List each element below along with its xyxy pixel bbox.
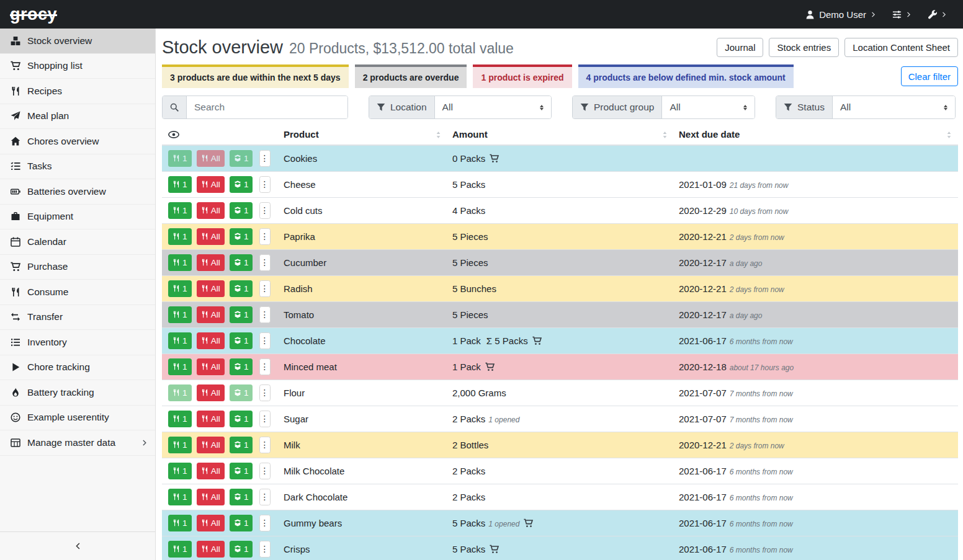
location-select[interactable]: All — [435, 96, 551, 118]
sidebar-item-chores-overview[interactable]: Chores overview — [0, 129, 155, 154]
consume-one-button[interactable]: 1 — [168, 384, 192, 401]
sort-icon[interactable] — [434, 131, 442, 139]
consume-all-button[interactable]: All — [197, 176, 225, 193]
sidebar-item-calendar[interactable]: Calendar — [0, 229, 155, 255]
sidebar-collapse-button[interactable] — [0, 531, 155, 560]
consume-all-button[interactable]: All — [197, 463, 225, 479]
sort-icon[interactable] — [661, 131, 669, 139]
open-one-button[interactable]: 1 — [230, 489, 253, 505]
consume-all-button[interactable]: All — [197, 254, 225, 271]
product-name[interactable]: Tomato — [279, 301, 447, 327]
sidebar-item-purchase[interactable]: Purchase — [0, 255, 155, 280]
banner-due[interactable]: 3 products are due within the next 5 day… — [162, 64, 349, 88]
sidebar-item-manage-master-data[interactable]: Manage master data — [0, 430, 155, 456]
open-one-button[interactable]: 1 — [230, 280, 253, 297]
row-menu-button[interactable]: ⋮ — [259, 411, 271, 427]
open-one-button[interactable]: 1 — [230, 306, 253, 323]
banner-expired[interactable]: 1 product is expired — [473, 64, 571, 88]
row-menu-button[interactable]: ⋮ — [259, 254, 271, 271]
consume-all-button[interactable]: All — [197, 358, 225, 375]
product-name[interactable]: Gummy bears — [279, 510, 447, 536]
product-name[interactable]: Dark Chocolate — [279, 484, 447, 510]
column-header-amount[interactable]: Amount — [447, 125, 674, 145]
product-name[interactable]: Radish — [279, 275, 447, 301]
consume-one-button[interactable]: 1 — [168, 358, 192, 375]
consume-one-button[interactable]: 1 — [168, 332, 192, 349]
row-menu-button[interactable]: ⋮ — [259, 384, 271, 401]
sidebar-item-example-userentity[interactable]: Example userentity — [0, 406, 155, 431]
row-menu-button[interactable]: ⋮ — [259, 489, 271, 505]
sidebar-item-recipes[interactable]: Recipes — [0, 79, 155, 104]
row-menu-button[interactable]: ⋮ — [259, 515, 271, 531]
consume-one-button[interactable]: 1 — [168, 541, 192, 558]
sort-icon[interactable] — [945, 131, 953, 139]
sidebar-item-transfer[interactable]: Transfer — [0, 305, 155, 331]
product-name[interactable]: Paprika — [279, 223, 447, 249]
row-menu-button[interactable]: ⋮ — [259, 280, 271, 297]
app-logo[interactable]: grocy — [10, 5, 57, 24]
open-one-button[interactable]: 1 — [230, 254, 253, 271]
row-menu-button[interactable]: ⋮ — [259, 306, 271, 323]
sidebar-item-battery-tracking[interactable]: Battery tracking — [0, 380, 155, 406]
banner-below-min[interactable]: 4 products are below defined min. stock … — [578, 64, 794, 88]
consume-all-button[interactable]: All — [197, 515, 225, 531]
consume-one-button[interactable]: 1 — [168, 150, 192, 167]
product-name[interactable]: Crisps — [279, 536, 447, 560]
sidebar-item-chore-tracking[interactable]: Chore tracking — [0, 355, 155, 381]
open-one-button[interactable]: 1 — [230, 176, 253, 193]
banner-overdue[interactable]: 2 products are overdue — [355, 64, 467, 88]
consume-one-button[interactable]: 1 — [168, 437, 192, 453]
open-one-button[interactable]: 1 — [230, 384, 253, 401]
search-input[interactable] — [187, 96, 347, 118]
product-name[interactable]: Cucumber — [279, 249, 447, 275]
row-menu-button[interactable]: ⋮ — [259, 437, 271, 453]
product-name[interactable]: Flour — [279, 380, 447, 406]
consume-one-button[interactable]: 1 — [168, 515, 192, 531]
cart-icon[interactable] — [490, 154, 499, 163]
sidebar-item-tasks[interactable]: Tasks — [0, 154, 155, 180]
consume-all-button[interactable]: All — [197, 228, 225, 245]
consume-one-button[interactable]: 1 — [168, 254, 192, 271]
product-name[interactable]: Minced meat — [279, 353, 447, 380]
consume-one-button[interactable]: 1 — [168, 463, 192, 479]
location-content-sheet-button[interactable]: Location Content Sheet — [844, 38, 958, 57]
consume-all-button[interactable]: All — [197, 150, 225, 167]
consume-all-button[interactable]: All — [197, 489, 225, 505]
sidebar-item-meal-plan[interactable]: Meal plan — [0, 104, 155, 130]
column-header-product[interactable]: Product — [279, 125, 447, 145]
consume-one-button[interactable]: 1 — [168, 202, 192, 219]
consume-all-button[interactable]: All — [197, 332, 225, 349]
sidebar-item-stock-overview[interactable]: Stock overview — [0, 29, 155, 54]
consume-all-button[interactable]: All — [197, 202, 225, 219]
clear-filter-button[interactable]: Clear filter — [901, 66, 958, 86]
cart-icon[interactable] — [485, 362, 495, 371]
product-name[interactable]: Milk Chocolate — [279, 458, 447, 484]
open-one-button[interactable]: 1 — [230, 437, 253, 453]
row-menu-button[interactable]: ⋮ — [259, 358, 271, 375]
consume-all-button[interactable]: All — [197, 541, 225, 558]
consume-all-button[interactable]: All — [197, 306, 225, 323]
product-name[interactable]: Cookies — [279, 145, 447, 171]
open-one-button[interactable]: 1 — [230, 463, 253, 479]
consume-all-button[interactable]: All — [197, 280, 225, 297]
consume-one-button[interactable]: 1 — [168, 280, 192, 297]
consume-one-button[interactable]: 1 — [168, 176, 192, 193]
sidebar-item-batteries-overview[interactable]: Batteries overview — [0, 179, 155, 205]
product-name[interactable]: Sugar — [279, 406, 447, 432]
row-menu-button[interactable]: ⋮ — [259, 202, 271, 219]
product-name[interactable]: Cold cuts — [279, 197, 447, 223]
cart-icon[interactable] — [490, 544, 499, 554]
open-one-button[interactable]: 1 — [230, 202, 253, 219]
open-one-button[interactable]: 1 — [230, 515, 253, 531]
consume-all-button[interactable]: All — [197, 437, 225, 453]
row-menu-button[interactable]: ⋮ — [259, 150, 271, 167]
product-group-select[interactable]: All — [662, 96, 755, 118]
cart-icon[interactable] — [524, 518, 533, 528]
status-select[interactable]: All — [833, 96, 955, 118]
column-header-due-date[interactable]: Next due date — [674, 125, 958, 145]
journal-button[interactable]: Journal — [717, 38, 763, 57]
sidebar-item-shopping-list[interactable]: Shopping list — [0, 54, 155, 79]
consume-one-button[interactable]: 1 — [168, 228, 192, 245]
consume-one-button[interactable]: 1 — [168, 306, 192, 323]
open-one-button[interactable]: 1 — [230, 358, 253, 375]
